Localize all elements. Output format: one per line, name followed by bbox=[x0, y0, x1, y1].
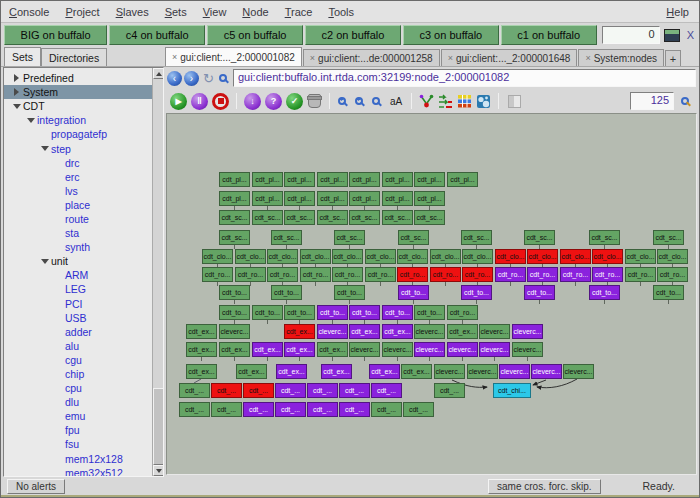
graph-node[interactable]: cdt_to... bbox=[317, 305, 348, 320]
graph-node[interactable]: cdt_ro... bbox=[462, 267, 493, 282]
graph-node[interactable]: cdt_to... bbox=[524, 285, 555, 300]
graph-node[interactable]: cdt_sc... bbox=[524, 230, 555, 245]
expand-icon[interactable] bbox=[10, 74, 23, 82]
font-size-icon[interactable]: aA bbox=[390, 96, 402, 107]
graph-node[interactable]: cdt_... bbox=[307, 383, 338, 398]
graph-node[interactable]: cdt_... bbox=[403, 402, 434, 417]
graph-node[interactable]: cdt_clo... bbox=[332, 249, 363, 264]
validate-icon[interactable] bbox=[286, 93, 303, 110]
graph-node[interactable]: cdt_pl... bbox=[447, 172, 478, 187]
graph-node[interactable]: cdt_clo... bbox=[397, 249, 428, 264]
graph-node[interactable]: cdt_ex... bbox=[276, 364, 307, 379]
menu-item-slaves[interactable]: Slaves bbox=[116, 6, 149, 18]
sidebar-item-predefined[interactable]: Predefined bbox=[4, 71, 152, 85]
address-field[interactable]: gui:client:buffalo.int.rtda.com:32199:no… bbox=[233, 69, 696, 87]
retrace-down-icon[interactable] bbox=[244, 93, 261, 110]
graph-node[interactable]: cdt_to... bbox=[382, 305, 413, 320]
sidebar-tab-directories[interactable]: Directories bbox=[41, 48, 107, 66]
search-icon[interactable] bbox=[219, 74, 227, 82]
sidebar-item-emu[interactable]: emu bbox=[4, 409, 152, 423]
graph-node[interactable]: cleverc... bbox=[414, 342, 445, 357]
graph-node[interactable]: cdt_to... bbox=[414, 305, 445, 320]
graph-node[interactable]: cdt_chi... bbox=[493, 383, 531, 398]
graph-node[interactable]: cdt_pl... bbox=[219, 172, 250, 187]
zoom-in-icon[interactable]: + bbox=[338, 97, 346, 105]
graph-node[interactable]: cdt_sc... bbox=[219, 210, 250, 225]
menu-item-console[interactable]: Console bbox=[9, 6, 49, 18]
sidebar-item-sta[interactable]: sta bbox=[4, 226, 152, 240]
graph-node[interactable]: cdt_clo... bbox=[462, 249, 493, 264]
graph-node[interactable]: cleverc... bbox=[219, 324, 250, 339]
menu-item-tools[interactable]: Tools bbox=[328, 6, 354, 18]
graph-node[interactable]: cdt_clo... bbox=[430, 249, 461, 264]
flow-graph-canvas[interactable]: cdt_pl...cdt_pl...cdt_pl...cdt_pl...cdt_… bbox=[166, 113, 697, 475]
graph-node[interactable]: cdt_pl... bbox=[382, 172, 413, 187]
trash-icon[interactable] bbox=[308, 94, 321, 108]
menu-item-help[interactable]: Help bbox=[666, 6, 689, 18]
graph-node[interactable]: cdt_ro... bbox=[202, 267, 233, 282]
graph-node[interactable]: cdt_ro... bbox=[397, 267, 428, 282]
graph-node[interactable]: cdt_to... bbox=[219, 285, 250, 300]
graph-node[interactable]: cdt_clo... bbox=[300, 249, 331, 264]
graph-node[interactable]: cdt_sc... bbox=[219, 230, 250, 245]
zoom-fit-icon[interactable]: + bbox=[355, 97, 363, 105]
report-icon[interactable] bbox=[508, 95, 521, 108]
zoom-level-field[interactable]: 125 bbox=[630, 92, 674, 110]
sidebar-item-erc[interactable]: erc bbox=[4, 170, 152, 184]
back-icon[interactable]: ‹ bbox=[167, 71, 182, 86]
grid-view-icon[interactable] bbox=[457, 94, 472, 109]
sidebar-item-step[interactable]: step bbox=[4, 141, 152, 155]
graph-node[interactable]: cdt_ex... bbox=[349, 324, 380, 339]
graph-node[interactable]: cleverc... bbox=[414, 324, 445, 339]
graph-node[interactable]: cdt_clo... bbox=[527, 249, 558, 264]
graph-node[interactable]: cdt_sc... bbox=[284, 210, 315, 225]
graph-node[interactable]: cdt_... bbox=[211, 402, 242, 417]
graph-node[interactable]: cleverc... bbox=[479, 324, 510, 339]
alert-count-field[interactable]: 0 bbox=[602, 26, 660, 44]
sidebar-item-place[interactable]: place bbox=[4, 198, 152, 212]
graph-node[interactable]: cdt_ex... bbox=[284, 342, 315, 357]
graph-node[interactable]: cdt_... bbox=[275, 383, 306, 398]
graph-node[interactable]: cdt_sc... bbox=[382, 210, 413, 225]
console-tab[interactable]: c4 on buffalo bbox=[109, 25, 205, 45]
graph-node[interactable]: cdt_pl... bbox=[252, 172, 283, 187]
sidebar-item-propagatefp[interactable]: propagatefp bbox=[4, 127, 152, 141]
graph-node[interactable]: cleverc... bbox=[447, 342, 478, 357]
graph-node[interactable]: cdt_... bbox=[371, 402, 402, 417]
graph-node[interactable]: cleverc... bbox=[349, 342, 380, 357]
graph-node[interactable]: cdt_sc... bbox=[317, 210, 348, 225]
graph-node[interactable]: cdt_ex... bbox=[401, 364, 432, 379]
graph-node[interactable]: cleverc... bbox=[531, 364, 562, 379]
graph-node[interactable]: cdt_ex... bbox=[236, 364, 267, 379]
graph-node[interactable]: cdt_ro... bbox=[300, 267, 331, 282]
bubbles-view-icon[interactable] bbox=[476, 94, 491, 109]
graph-node[interactable]: cdt_... bbox=[211, 383, 242, 398]
graph-node[interactable]: cdt_... bbox=[307, 402, 338, 417]
graph-node[interactable]: cdt_ro... bbox=[527, 267, 558, 282]
graph-node[interactable]: cdt_pl... bbox=[284, 172, 315, 187]
graph-node[interactable]: cleverc... bbox=[317, 324, 348, 339]
graph-node[interactable]: cdt_ro... bbox=[560, 267, 591, 282]
menu-item-view[interactable]: View bbox=[203, 6, 227, 18]
graph-view-icon[interactable] bbox=[419, 94, 434, 109]
graph-node[interactable]: cdt_to... bbox=[461, 285, 492, 300]
graph-node[interactable]: cdt_pl... bbox=[349, 191, 380, 206]
sidebar-item-cgu[interactable]: cgu bbox=[4, 353, 152, 367]
close-console-button[interactable]: X bbox=[684, 29, 697, 41]
graph-node[interactable]: cleverc... bbox=[512, 342, 543, 357]
close-tab-icon[interactable]: × bbox=[448, 53, 453, 63]
document-tab[interactable]: ×gui:client:...de:000001258 bbox=[303, 49, 440, 66]
graph-node[interactable]: cdt_ro... bbox=[657, 267, 688, 282]
document-tab[interactable]: ×System:nodes bbox=[578, 49, 664, 66]
console-tab[interactable]: c2 on buffalo bbox=[305, 25, 401, 45]
pause-icon[interactable] bbox=[191, 93, 208, 110]
sidebar-item-leg[interactable]: LEG bbox=[4, 282, 152, 296]
graph-node[interactable]: cdt_sc... bbox=[271, 230, 302, 245]
graph-node[interactable]: cdt_to... bbox=[653, 285, 684, 300]
menu-item-sets[interactable]: Sets bbox=[165, 6, 187, 18]
graph-node[interactable]: cdt_pl... bbox=[414, 191, 445, 206]
graph-node[interactable]: cdt_sc... bbox=[414, 210, 445, 225]
sidebar-item-dlu[interactable]: dlu bbox=[4, 395, 152, 409]
graph-node[interactable]: cdt_... bbox=[179, 383, 210, 398]
sidebar-item-usb[interactable]: USB bbox=[4, 311, 152, 325]
